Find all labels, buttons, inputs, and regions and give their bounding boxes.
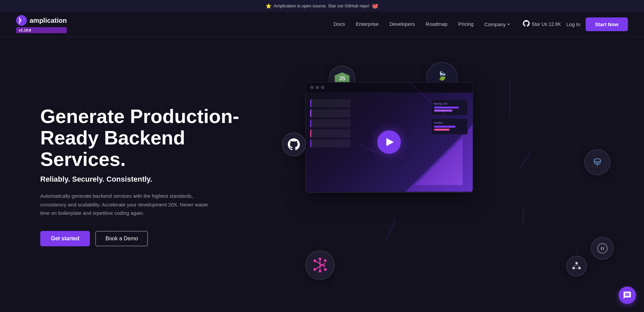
mockup-content: MySQL DB Entities (306, 92, 473, 192)
login-button[interactable]: Log In (566, 21, 580, 27)
mockup-ui-card-2: Entities (431, 118, 468, 135)
hero-content: Generate Production-Ready Backend Servic… (40, 106, 241, 246)
postgres-logo-icon (591, 156, 604, 169)
github-mark-icon (288, 138, 300, 150)
kafka-logo-icon (572, 261, 582, 271)
nav-item-enterprise[interactable]: Enterprise (356, 21, 379, 27)
openapi-tech-icon: {·} (591, 237, 614, 260)
app-mockup: MySQL DB Entities (305, 82, 473, 193)
github-float-icon (282, 132, 306, 157)
nav-link-developers[interactable]: Developers (389, 21, 415, 27)
graphql-logo-icon (313, 258, 327, 272)
navbar: amplication v1.10.8 Docs Enterprise Deve… (0, 12, 644, 37)
chat-bubble-button[interactable] (619, 287, 636, 304)
logo-text: amplication (30, 17, 67, 24)
svg-point-7 (319, 258, 321, 260)
hero-section: Generate Production-Ready Backend Servic… (0, 37, 644, 312)
hero-buttons: Get started Book a Demo (40, 231, 241, 246)
mockup-ui-right-panel: MySQL DB Entities (431, 99, 468, 137)
mockup-ui-left-panel (310, 99, 351, 149)
mockup-ui-item-5 (310, 139, 351, 147)
svg-point-10 (324, 259, 326, 262)
mockup-ui-item-2 (310, 109, 351, 117)
mockup-ui-item-3 (310, 119, 351, 127)
nav-actions: Star Us 12.8K Log In Start Now (523, 17, 628, 31)
openapi-logo-icon: {·} (597, 243, 608, 254)
nav-link-roadmap[interactable]: Roadmap (426, 21, 447, 27)
svg-line-20 (577, 264, 580, 267)
chevron-down-icon: ▾ (508, 22, 509, 26)
play-triangle-icon (386, 138, 394, 146)
svg-point-8 (319, 270, 321, 272)
get-started-button[interactable]: Get started (40, 231, 90, 246)
chat-bubble-icon (623, 291, 632, 300)
logo-icon (16, 15, 27, 26)
nav-link-enterprise[interactable]: Enterprise (356, 21, 379, 27)
banner-text: Amplication is open source. Star our Git… (273, 3, 369, 8)
svg-point-13 (594, 159, 601, 162)
hero-title: Generate Production-Ready Backend Servic… (40, 106, 241, 170)
nav-link-company[interactable]: Company ▾ (484, 21, 509, 27)
mockup-ui-card-bar-3 (434, 126, 455, 128)
github-star-label: Star Us 12.8K (532, 21, 561, 27)
mockup-titlebar (306, 82, 473, 92)
mockup-dot-2 (316, 86, 319, 89)
nav-item-docs[interactable]: Docs (334, 21, 345, 27)
svg-point-12 (324, 268, 326, 271)
mockup-ui-card-bar-2 (434, 110, 452, 112)
hero-description: Automatically generate backend services … (40, 192, 215, 217)
company-label: Company (484, 21, 506, 27)
graphql-tech-icon (305, 250, 335, 280)
hero-subtitle: Reliably. Securely. Consistently. (40, 175, 241, 184)
mockup-ui-item-1 (310, 99, 351, 107)
postgres-tech-icon (584, 149, 610, 175)
mongodb-leaf-icon: 🍃 (437, 71, 447, 81)
mockup-bg-shape-2 (416, 138, 463, 185)
svg-line-4 (520, 152, 530, 169)
mockup-ui-card-bar-1 (434, 107, 459, 109)
start-now-button[interactable]: Start Now (586, 17, 628, 31)
svg-line-5 (386, 220, 396, 240)
svg-point-16 (575, 262, 578, 264)
nav-item-company[interactable]: Company ▾ (484, 21, 509, 27)
nav-link-pricing[interactable]: Pricing (458, 21, 474, 27)
version-badge: v1.10.8 (16, 27, 67, 33)
svg-point-11 (313, 268, 316, 271)
hero-visual: JS 🍃 MongoDB (262, 59, 617, 293)
nav-link-docs[interactable]: Docs (334, 21, 345, 27)
logo-row: amplication (16, 15, 67, 26)
mockup-ui-item-4 (310, 129, 351, 137)
top-banner: ⭐ Amplication is open source. Star our G… (0, 0, 644, 12)
mockup-ui-card-1: MySQL DB (431, 99, 468, 116)
nav-item-roadmap[interactable]: Roadmap (426, 21, 447, 27)
nav-links: Docs Enterprise Developers Roadmap Prici… (334, 21, 510, 27)
kafka-tech-icon (566, 256, 587, 276)
mockup-ui-card-title-2: Entities (434, 121, 465, 124)
book-demo-button[interactable]: Book a Demo (95, 231, 148, 246)
star-icon: ⭐ (266, 3, 271, 9)
logo-area: amplication v1.10.8 (16, 15, 67, 33)
svg-text:{·}: {·} (601, 246, 604, 250)
mockup-ui-card-bar-4 (434, 129, 449, 131)
nav-item-pricing[interactable]: Pricing (458, 21, 474, 27)
github-icon (523, 20, 530, 28)
mockup-dot-3 (321, 86, 324, 89)
play-button[interactable] (377, 130, 401, 154)
mockup-ui-card-title: MySQL DB (434, 102, 465, 105)
svg-line-19 (574, 264, 577, 267)
github-octocat-icon: 🐙 (372, 3, 378, 9)
nav-item-developers[interactable]: Developers (389, 21, 415, 27)
svg-point-9 (313, 259, 316, 262)
mockup-dot-1 (310, 86, 314, 89)
github-star-button[interactable]: Star Us 12.8K (523, 20, 561, 28)
